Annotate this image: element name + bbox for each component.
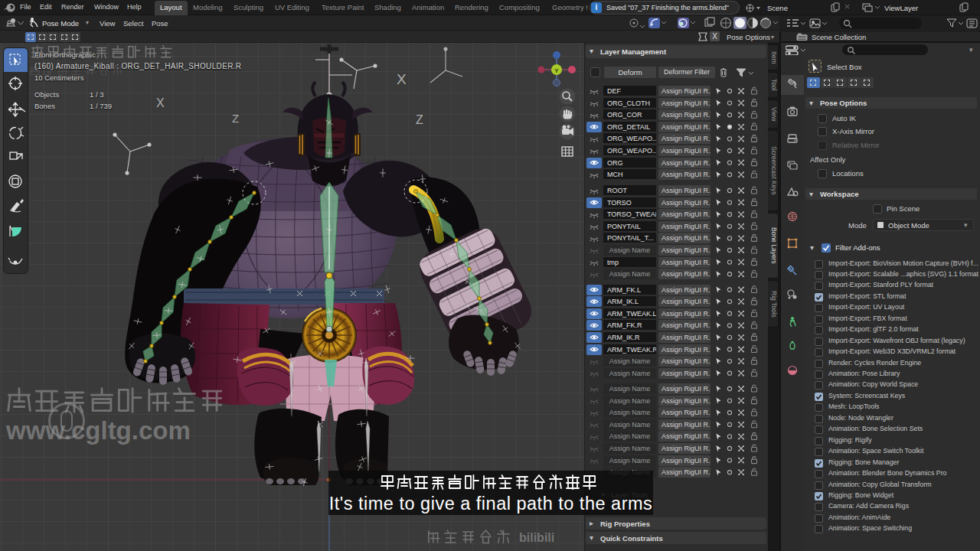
svg-text:Y: Y bbox=[554, 67, 559, 74]
